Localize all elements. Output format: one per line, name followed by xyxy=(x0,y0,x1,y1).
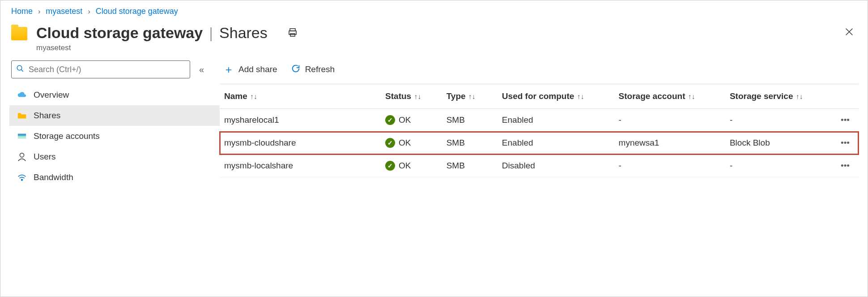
shares-table: Name↑↓ Status↑↓ Type↑↓ Used for compute↑… xyxy=(220,84,859,177)
search-input[interactable] xyxy=(29,65,185,74)
cell-name: mysmb-localshare xyxy=(220,155,381,177)
folder-icon xyxy=(17,111,27,121)
user-icon xyxy=(17,152,27,162)
refresh-icon xyxy=(291,64,301,76)
cell-service: Block Blob xyxy=(725,132,825,155)
sidebar-item-label: Bandwidth xyxy=(34,172,73,182)
cell-status: OK xyxy=(399,115,411,125)
wifi-icon xyxy=(17,172,27,182)
svg-point-5 xyxy=(17,65,22,70)
cell-type: SMB xyxy=(442,132,498,155)
close-icon[interactable] xyxy=(844,27,854,39)
sidebar-item-users[interactable]: Users xyxy=(9,146,220,167)
cell-name: mysmb-cloudshare xyxy=(220,132,381,155)
row-more-icon[interactable]: ••• xyxy=(825,132,859,155)
chevron-right-icon: › xyxy=(88,8,90,16)
cell-account: mynewsa1 xyxy=(614,132,725,155)
storage-icon xyxy=(17,131,27,141)
svg-rect-8 xyxy=(18,136,26,137)
sort-icon: ↑↓ xyxy=(468,93,476,100)
plus-icon: ＋ xyxy=(223,62,234,77)
refresh-label: Refresh xyxy=(305,65,335,74)
sort-icon: ↑↓ xyxy=(414,93,421,100)
check-icon: ✓ xyxy=(385,115,395,125)
toolbar: ＋ Add share Refresh xyxy=(220,60,859,84)
sort-icon: ↑↓ xyxy=(577,93,584,100)
folder-icon xyxy=(11,27,27,40)
search-icon xyxy=(16,65,24,75)
cell-compute: Disabled xyxy=(498,155,614,177)
chevron-right-icon: › xyxy=(38,8,40,16)
breadcrumb-blade[interactable]: Cloud storage gateway xyxy=(96,7,178,16)
page-header: Cloud storage gateway | Shares myasetest xyxy=(0,20,868,60)
column-header-compute[interactable]: Used for compute↑↓ xyxy=(498,84,614,109)
cell-name: mysharelocal1 xyxy=(220,109,381,132)
cell-type: SMB xyxy=(442,155,498,177)
check-icon: ✓ xyxy=(385,138,395,148)
breadcrumb: Home › myasetest › Cloud storage gateway xyxy=(0,0,868,20)
cell-status: OK xyxy=(399,161,411,171)
sidebar-item-shares[interactable]: Shares xyxy=(9,105,220,126)
table-row[interactable]: mysmb-localshare ✓OK SMB Disabled - - ••… xyxy=(220,155,859,177)
sort-icon: ↑↓ xyxy=(250,93,257,100)
cell-service: - xyxy=(725,155,825,177)
column-header-account[interactable]: Storage account↑↓ xyxy=(614,84,725,109)
sidebar-item-label: Shares xyxy=(34,111,60,121)
search-input-wrapper[interactable] xyxy=(11,60,190,78)
column-header-status[interactable]: Status↑↓ xyxy=(381,84,442,109)
row-more-icon[interactable]: ••• xyxy=(825,155,859,177)
collapse-sidebar-icon[interactable]: « xyxy=(199,65,204,75)
svg-point-11 xyxy=(21,179,23,181)
title-separator: | xyxy=(209,24,213,42)
cell-compute: Enabled xyxy=(498,109,614,132)
svg-rect-2 xyxy=(290,34,295,36)
sort-icon: ↑↓ xyxy=(796,93,803,100)
cell-service: - xyxy=(725,109,825,132)
page-subtitle: myasetest xyxy=(36,43,298,52)
sidebar: « Overview Shares Storage accounts xyxy=(9,60,220,188)
sort-icon: ↑↓ xyxy=(688,93,695,100)
add-share-button[interactable]: ＋ Add share xyxy=(223,62,277,77)
check-icon: ✓ xyxy=(385,161,395,171)
cell-compute: Enabled xyxy=(498,132,614,155)
cell-account: - xyxy=(614,155,725,177)
sidebar-item-bandwidth[interactable]: Bandwidth xyxy=(9,167,220,188)
add-share-label: Add share xyxy=(238,65,277,74)
breadcrumb-home[interactable]: Home xyxy=(11,7,33,16)
column-header-type[interactable]: Type↑↓ xyxy=(442,84,498,109)
table-row[interactable]: mysharelocal1 ✓OK SMB Enabled - - ••• xyxy=(220,109,859,132)
sidebar-item-label: Users xyxy=(34,152,56,162)
cloud-icon xyxy=(17,90,27,100)
column-header-service[interactable]: Storage service↑↓ xyxy=(725,84,825,109)
sidebar-item-label: Overview xyxy=(34,90,69,100)
cell-status: OK xyxy=(399,138,411,148)
cell-type: SMB xyxy=(442,109,498,132)
refresh-button[interactable]: Refresh xyxy=(291,64,335,76)
sidebar-item-label: Storage accounts xyxy=(34,131,100,141)
main-content: ＋ Add share Refresh Name↑↓ Status↑↓ Type… xyxy=(220,60,868,188)
svg-point-10 xyxy=(20,153,24,157)
print-icon[interactable] xyxy=(287,24,298,42)
svg-rect-7 xyxy=(18,134,26,136)
cell-account: - xyxy=(614,109,725,132)
sidebar-item-overview[interactable]: Overview xyxy=(9,85,220,105)
column-header-name[interactable]: Name↑↓ xyxy=(220,84,381,109)
page-section: Shares xyxy=(219,24,268,42)
page-title: Cloud storage gateway xyxy=(36,24,203,42)
sidebar-item-storage-accounts[interactable]: Storage accounts xyxy=(9,126,220,146)
row-more-icon[interactable]: ••• xyxy=(825,109,859,132)
table-row[interactable]: mysmb-cloudshare ✓OK SMB Enabled mynewsa… xyxy=(220,132,859,155)
breadcrumb-resource[interactable]: myasetest xyxy=(46,7,82,16)
svg-line-6 xyxy=(21,69,23,72)
svg-rect-9 xyxy=(18,137,26,139)
